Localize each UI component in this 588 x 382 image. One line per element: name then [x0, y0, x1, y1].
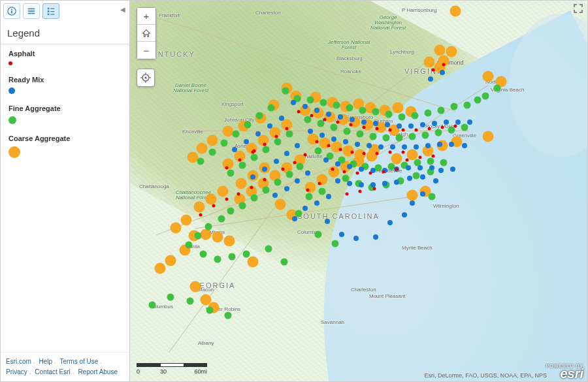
point-asphalt[interactable]	[199, 214, 203, 217]
point-readymix[interactable]	[373, 234, 378, 240]
point-readymix[interactable]	[390, 144, 395, 150]
point-asphalt[interactable]	[323, 118, 327, 121]
point-readymix[interactable]	[250, 174, 255, 180]
point-readymix[interactable]	[314, 200, 319, 206]
point-asphalt[interactable]	[432, 155, 435, 158]
point-fineagg[interactable]	[221, 140, 228, 147]
point-asphalt[interactable]	[237, 193, 240, 196]
zoom-out-button[interactable]: −	[137, 42, 155, 59]
point-fineagg[interactable]	[494, 85, 501, 92]
point-readymix[interactable]	[394, 180, 399, 185]
point-fineagg[interactable]	[409, 133, 416, 140]
point-readymix[interactable]	[350, 117, 355, 122]
footer-link[interactable]: Esri.com	[6, 358, 31, 365]
point-readymix[interactable]	[387, 220, 393, 225]
footer-link[interactable]: Contact Esri	[35, 368, 70, 375]
point-fineagg[interactable]	[346, 104, 353, 112]
point-fineagg[interactable]	[239, 202, 246, 210]
point-fineagg[interactable]	[427, 158, 434, 165]
point-readymix[interactable]	[428, 76, 433, 82]
point-coarseagg[interactable]	[248, 257, 259, 268]
point-coarseagg[interactable]	[171, 223, 182, 234]
point-fineagg[interactable]	[251, 154, 258, 161]
point-readymix[interactable]	[397, 123, 402, 129]
point-fineagg[interactable]	[429, 193, 436, 200]
point-fineagg[interactable]	[315, 148, 322, 155]
point-readymix[interactable]	[295, 178, 300, 183]
point-coarseagg[interactable]	[450, 6, 461, 17]
point-fineagg[interactable]	[274, 179, 282, 186]
point-readymix[interactable]	[355, 142, 360, 147]
point-readymix[interactable]	[323, 157, 329, 163]
point-fineagg[interactable]	[385, 111, 393, 118]
point-fineagg[interactable]	[167, 294, 174, 301]
point-readymix[interactable]	[326, 194, 331, 199]
point-fineagg[interactable]	[286, 131, 293, 138]
point-fineagg[interactable]	[464, 102, 471, 109]
point-readymix[interactable]	[414, 144, 419, 150]
point-readymix[interactable]	[437, 142, 442, 147]
point-fineagg[interactable]	[412, 112, 419, 119]
point-asphalt[interactable]	[212, 204, 216, 208]
point-coarseagg[interactable]	[212, 232, 223, 243]
point-readymix[interactable]	[432, 121, 437, 126]
point-asphalt[interactable]	[351, 151, 354, 154]
point-fineagg[interactable]	[227, 208, 235, 215]
point-fineagg[interactable]	[307, 97, 314, 104]
point-readymix[interactable]	[255, 131, 261, 136]
point-coarseagg[interactable]	[218, 186, 229, 197]
point-asphalt[interactable]	[331, 168, 335, 171]
point-fineagg[interactable]	[375, 165, 382, 172]
point-asphalt[interactable]	[282, 168, 285, 171]
point-coarseagg[interactable]	[224, 236, 235, 247]
point-asphalt[interactable]	[310, 114, 314, 118]
point-asphalt[interactable]	[356, 172, 359, 175]
point-fineagg[interactable]	[370, 133, 377, 140]
point-fineagg[interactable]	[239, 162, 246, 169]
point-readymix[interactable]	[444, 119, 449, 125]
point-asphalt[interactable]	[395, 168, 399, 171]
point-asphalt[interactable]	[428, 127, 431, 131]
point-fineagg[interactable]	[438, 107, 445, 114]
point-readymix[interactable]	[262, 167, 267, 172]
point-asphalt[interactable]	[373, 187, 376, 191]
point-asphalt[interactable]	[253, 150, 256, 153]
point-fineagg[interactable]	[297, 163, 304, 170]
point-fineagg[interactable]	[209, 149, 216, 156]
footer-link[interactable]: Help	[39, 358, 52, 365]
point-coarseagg[interactable]	[446, 46, 457, 57]
point-fineagg[interactable]	[265, 246, 272, 253]
point-readymix[interactable]	[314, 108, 319, 113]
point-readymix[interactable]	[295, 143, 300, 148]
point-fineagg[interactable]	[227, 170, 235, 177]
point-readymix[interactable]	[425, 143, 431, 148]
point-asphalt[interactable]	[263, 178, 267, 182]
point-readymix[interactable]	[302, 206, 308, 211]
point-fineagg[interactable]	[440, 159, 448, 167]
legend-tab[interactable]	[42, 3, 59, 19]
point-coarseagg[interactable]	[483, 131, 494, 142]
point-asphalt[interactable]	[293, 161, 297, 165]
point-coarseagg[interactable]	[393, 103, 404, 114]
point-readymix[interactable]	[402, 212, 407, 217]
point-readymix[interactable]	[302, 104, 308, 109]
point-readymix[interactable]	[335, 161, 340, 167]
point-asphalt[interactable]	[238, 159, 242, 162]
point-readymix[interactable]	[407, 176, 412, 181]
point-readymix[interactable]	[402, 144, 407, 150]
point-readymix[interactable]	[272, 193, 278, 198]
point-readymix[interactable]	[319, 133, 325, 138]
point-readymix[interactable]	[433, 178, 438, 183]
point-fineagg[interactable]	[422, 132, 429, 139]
point-asphalt[interactable]	[327, 144, 331, 148]
point-asphalt[interactable]	[318, 182, 321, 185]
point-readymix[interactable]	[455, 119, 461, 125]
point-fineagg[interactable]	[225, 312, 232, 319]
point-readymix[interactable]	[449, 142, 454, 147]
point-fineagg[interactable]	[229, 253, 236, 261]
point-readymix[interactable]	[373, 121, 378, 126]
point-readymix[interactable]	[308, 129, 313, 134]
point-asphalt[interactable]	[441, 126, 444, 129]
point-asphalt[interactable]	[250, 186, 253, 189]
point-readymix[interactable]	[347, 181, 352, 186]
